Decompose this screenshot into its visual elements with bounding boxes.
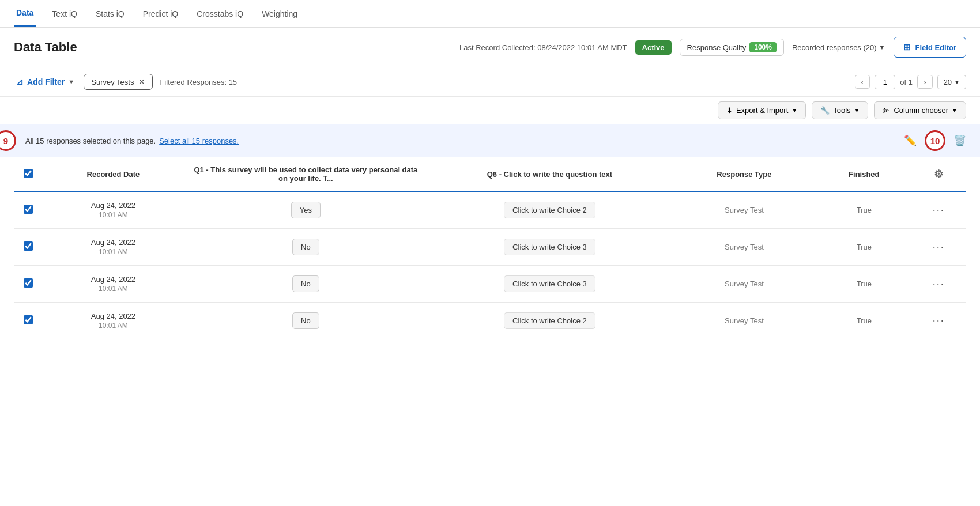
chevron-down-icon: ▼ (854, 107, 860, 114)
response-quality-widget: Response Quality 100% (680, 39, 784, 56)
active-badge: Active (635, 40, 672, 55)
download-icon: ⬇ (726, 106, 733, 115)
close-icon[interactable]: ✕ (138, 77, 145, 86)
page-prev-button[interactable]: ‹ (855, 75, 870, 89)
filtered-info: Filtered Responses: 15 (160, 78, 237, 86)
cell-more-1[interactable]: ··· (911, 229, 966, 266)
row-checkbox-1[interactable] (24, 241, 33, 251)
edit-icon[interactable]: ✏️ (904, 134, 917, 147)
export-import-button[interactable]: ⬇ Export & Import ▼ (718, 101, 806, 119)
per-page-select[interactable]: 20 ▼ (937, 75, 966, 89)
data-table: Recorded Date Q1 - This survey will be u… (14, 157, 966, 339)
field-editor-label: Field Editor (915, 43, 957, 52)
row-checkbox-2[interactable] (24, 278, 33, 288)
select-all-link[interactable]: Select all 15 responses. (159, 137, 239, 145)
table-row: Aug 24, 2022 10:01 AM No Click to write … (14, 303, 966, 339)
delete-icon[interactable]: 🗑️ (953, 134, 966, 147)
col-recorded-date: Recorded Date (43, 157, 184, 191)
more-options-icon[interactable]: ··· (933, 241, 945, 252)
column-chooser-button[interactable]: ⫸ Column chooser ▼ (874, 101, 966, 119)
col-checkbox (14, 157, 43, 191)
cell-date-2: Aug 24, 2022 10:01 AM (43, 266, 184, 303)
columns-icon: ⫸ (883, 106, 890, 115)
field-editor-button[interactable]: ⊞ Field Editor (894, 37, 967, 58)
table-header-row: Recorded Date Q1 - This survey will be u… (14, 157, 966, 191)
tab-crosstabs-iq[interactable]: Crosstabs iQ (194, 1, 246, 27)
add-filter-button[interactable]: ⊿ Add Filter ▼ (14, 73, 77, 90)
toolbar-row1: ⊿ Add Filter ▼ Survey Tests ✕ Filtered R… (0, 67, 980, 97)
cell-q1-3: No (184, 303, 428, 339)
selection-text-group: All 15 responses selected on this page. … (14, 137, 239, 145)
pagination: ‹ of 1 › 20 ▼ (855, 75, 966, 89)
cell-response-type-1: Survey Test (672, 229, 817, 266)
cell-more-2[interactable]: ··· (911, 266, 966, 303)
page-of: of 1 (900, 78, 913, 86)
row-checkbox-3[interactable] (24, 315, 33, 324)
cell-q1-1: No (184, 229, 428, 266)
chevron-down-icon: ▼ (954, 79, 960, 85)
tab-data[interactable]: Data (14, 0, 36, 27)
cell-finished-1: True (817, 229, 911, 266)
more-options-icon[interactable]: ··· (933, 278, 945, 289)
table-row: Aug 24, 2022 10:01 AM No Click to write … (14, 266, 966, 303)
cell-q6-3: Click to write Choice 2 (428, 303, 672, 339)
cell-response-type-3: Survey Test (672, 303, 817, 339)
cell-finished-3: True (817, 303, 911, 339)
badge-9-circle: 9 (0, 130, 16, 151)
cell-more-0[interactable]: ··· (911, 191, 966, 229)
response-quality-pct: 100% (749, 42, 777, 52)
filter-tag[interactable]: Survey Tests ✕ (84, 74, 153, 90)
tab-text-iq[interactable]: Text iQ (50, 1, 80, 27)
table-container: Recorded Date Q1 - This survey will be u… (0, 157, 980, 339)
add-filter-label: Add Filter (27, 77, 65, 86)
col-q6: Q6 - Click to write the question text (428, 157, 672, 191)
col-finished: Finished (817, 157, 911, 191)
chevron-down-icon: ▼ (68, 78, 74, 85)
cell-more-3[interactable]: ··· (911, 303, 966, 339)
cell-q6-0: Click to write Choice 2 (428, 191, 672, 229)
cell-date-3: Aug 24, 2022 10:01 AM (43, 303, 184, 339)
cell-q1-2: No (184, 266, 428, 303)
page-next-button[interactable]: › (917, 75, 933, 89)
col-settings[interactable]: ⚙ (911, 157, 966, 191)
cell-q6-1: Click to write Choice 3 (428, 229, 672, 266)
select-all-checkbox[interactable] (24, 169, 33, 178)
selection-actions: ✏️ 10 🗑️ (904, 130, 966, 151)
tools-label: Tools (833, 106, 850, 115)
wrench-icon: 🔧 (820, 106, 830, 115)
tools-button[interactable]: 🔧 Tools ▼ (812, 101, 868, 119)
cell-q1-0: Yes (184, 191, 428, 229)
cell-response-type-2: Survey Test (672, 266, 817, 303)
cell-q6-2: Click to write Choice 3 (428, 266, 672, 303)
col-q1: Q1 - This survey will be used to collect… (184, 157, 428, 191)
cell-response-type-0: Survey Test (672, 191, 817, 229)
tab-predict-iq[interactable]: Predict iQ (141, 1, 180, 27)
recorded-responses-label: Recorded responses (20) (792, 43, 877, 52)
cell-date-0: Aug 24, 2022 10:01 AM (43, 191, 184, 229)
table-row: Aug 24, 2022 10:01 AM No Click to write … (14, 229, 966, 266)
more-options-icon[interactable]: ··· (933, 315, 945, 326)
selection-text: All 15 responses selected on this page. (25, 137, 156, 145)
cell-finished-0: True (817, 191, 911, 229)
row-checkbox-0[interactable] (24, 205, 33, 214)
last-record-label: Last Record Collected: 08/24/2022 10:01 … (459, 43, 627, 52)
badge-10-circle: 10 (925, 130, 945, 151)
header-bar: Data Table Last Record Collected: 08/24/… (0, 28, 980, 67)
selection-bar: 9 All 15 responses selected on this page… (0, 124, 980, 157)
filter-icon: ⊿ (16, 77, 24, 87)
recorded-responses[interactable]: Recorded responses (20) ▼ (792, 43, 885, 52)
header-meta: Last Record Collected: 08/24/2022 10:01 … (459, 37, 966, 58)
chevron-down-icon: ▼ (879, 44, 885, 51)
filter-tag-label: Survey Tests (91, 78, 134, 86)
col-response-type: Response Type (672, 157, 817, 191)
page-title: Data Table (14, 40, 77, 55)
page-input[interactable] (875, 75, 895, 89)
export-import-label: Export & Import (736, 106, 788, 115)
tab-stats-iq[interactable]: Stats iQ (93, 1, 127, 27)
cell-date-1: Aug 24, 2022 10:01 AM (43, 229, 184, 266)
chevron-down-icon: ▼ (952, 107, 958, 114)
tab-weighting[interactable]: Weighting (259, 1, 300, 27)
more-options-icon[interactable]: ··· (933, 204, 945, 216)
cell-finished-2: True (817, 266, 911, 303)
table-row: Aug 24, 2022 10:01 AM Yes Click to write… (14, 191, 966, 229)
